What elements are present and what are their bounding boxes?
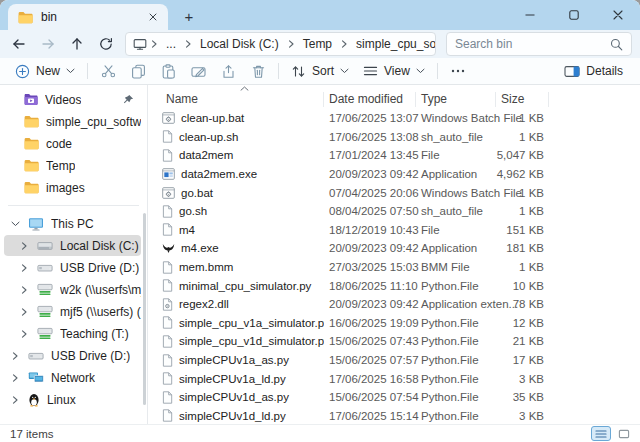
- file-row[interactable]: clean-up.bat17/06/2025 13:07Windows Batc…: [148, 109, 640, 128]
- column-header-type[interactable]: Type: [416, 92, 496, 106]
- delete-button[interactable]: [243, 59, 273, 83]
- file-name: go.sh: [179, 205, 207, 217]
- sidebar-item-this-pc[interactable]: This PC: [4, 213, 141, 234]
- copy-button[interactable]: [123, 59, 153, 83]
- sidebar-item-temp[interactable]: Temp: [4, 155, 141, 176]
- breadcrumb-item[interactable]: simple_cpu_software: [351, 35, 436, 53]
- tab-bin[interactable]: bin: [8, 4, 168, 30]
- file-row[interactable]: m4.exe20/09/2023 09:42Application181 KB: [148, 239, 640, 258]
- back-button[interactable]: [4, 31, 33, 57]
- sidebar-item-images[interactable]: images: [4, 177, 141, 198]
- view-button[interactable]: View: [356, 59, 432, 83]
- close-button[interactable]: [596, 0, 640, 30]
- sidebar-item-network[interactable]: Network: [4, 367, 141, 388]
- file-row[interactable]: simpleCPUv1a_ld.py17/06/2025 16:58Python…: [148, 369, 640, 388]
- large-icons-view-toggle[interactable]: [614, 426, 634, 441]
- forward-button[interactable]: [33, 31, 62, 57]
- chevron-down-icon: [416, 68, 425, 74]
- file-row[interactable]: simpleCPUv1d_ld.py17/06/2025 15:14Python…: [148, 407, 640, 425]
- up-button[interactable]: [62, 31, 91, 57]
- search-input[interactable]: [455, 37, 610, 51]
- sidebar-item-videos[interactable]: Videos: [4, 89, 141, 110]
- file-name: regex2.dll: [179, 298, 229, 310]
- file-row[interactable]: simple_cpu_v1d_simulator.py15/06/2025 07…: [148, 332, 640, 351]
- sidebar-item-usb-drive-d-[interactable]: USB Drive (D:): [4, 257, 141, 278]
- chevron-down-icon[interactable]: [9, 221, 21, 227]
- search-box[interactable]: [446, 32, 632, 56]
- sidebar-item-label: w2k (\\userfs\mjf5) (H:): [60, 283, 141, 297]
- file-row[interactable]: minimal_cpu_simulator.py18/06/2025 11:10…: [148, 276, 640, 295]
- file-row[interactable]: go.bat07/04/2025 20:06Windows Batch File…: [148, 183, 640, 202]
- details-pane-icon: [564, 65, 580, 78]
- file-row[interactable]: simpleCPUv1d_as.py15/06/2025 07:54Python…: [148, 388, 640, 407]
- sidebar-item-label: Local Disk (C:): [60, 239, 139, 253]
- thumbnail-view-icon: [618, 429, 630, 439]
- sidebar-item-code[interactable]: code: [4, 133, 141, 154]
- chevron-right-icon[interactable]: [18, 285, 30, 295]
- refresh-button[interactable]: [91, 31, 120, 57]
- breadcrumb-ellipsis[interactable]: ...: [161, 35, 181, 53]
- chevron-right-icon[interactable]: [18, 307, 30, 317]
- new-button[interactable]: New: [8, 59, 82, 83]
- sidebar-divider: [8, 205, 139, 206]
- toolbar-divider: [87, 63, 88, 79]
- paste-button[interactable]: [153, 59, 183, 83]
- sort-button[interactable]: Sort: [284, 59, 356, 83]
- file-name: simpleCPUv1a_as.py: [179, 354, 289, 366]
- tab-close-button[interactable]: [144, 8, 162, 26]
- chevron-right-icon[interactable]: [18, 263, 30, 273]
- sidebar-item-local-disk-c-[interactable]: Local Disk (C:): [4, 235, 141, 256]
- column-header-date-modified[interactable]: Date modified: [324, 92, 416, 106]
- file-name-cell: simpleCPUv1d_as.py: [162, 391, 324, 404]
- new-tab-button[interactable]: +: [178, 5, 200, 27]
- file-row[interactable]: data2mem17/01/2024 13:45File5,047 KB: [148, 146, 640, 165]
- chevron-right-icon: [11, 351, 19, 361]
- share-button[interactable]: [213, 59, 243, 83]
- file-date-modified: 17/01/2024 13:45: [324, 149, 416, 161]
- column-header-size[interactable]: Size: [496, 92, 549, 106]
- sidebar-item-label: mjf5 (\\userfs) (M:): [60, 305, 141, 319]
- sidebar-item-linux[interactable]: Linux: [4, 389, 141, 410]
- rename-button[interactable]: [183, 59, 213, 83]
- breadcrumb-item[interactable]: Temp: [298, 35, 337, 53]
- file-row[interactable]: regex2.dll20/09/2023 09:42Application ex…: [148, 295, 640, 314]
- details-view-toggle[interactable]: [591, 426, 611, 441]
- maximize-button[interactable]: [552, 0, 596, 30]
- file-row[interactable]: go.sh08/04/2025 07:50sh_auto_file1 KB: [148, 202, 640, 221]
- sidebar-scrollbar[interactable]: [143, 213, 146, 405]
- sidebar-item-w2k-userfs-mjf5-h-[interactable]: w2k (\\userfs\mjf5) (H:): [4, 279, 141, 300]
- column-header-name[interactable]: Name: [162, 92, 324, 106]
- minimize-button[interactable]: [508, 0, 552, 30]
- file-row[interactable]: simpleCPUv1a_as.py15/06/2025 07:57Python…: [148, 351, 640, 370]
- file-row[interactable]: data2mem.exe20/09/2023 09:42Application4…: [148, 165, 640, 184]
- chevron-right-icon[interactable]: [18, 329, 30, 339]
- file-row[interactable]: clean-up.sh17/06/2025 13:08sh_auto_file1…: [148, 128, 640, 147]
- chevron-right-icon[interactable]: [9, 395, 21, 405]
- cut-button[interactable]: [93, 59, 123, 83]
- sidebar-item-simple-cpu-software[interactable]: simple_cpu_software: [4, 111, 141, 132]
- breadcrumb-computer-button[interactable]: [133, 38, 147, 51]
- view-toggles: [591, 426, 634, 441]
- file-name-cell: simpleCPUv1a_as.py: [162, 354, 324, 367]
- more-options-button[interactable]: [443, 59, 473, 83]
- file-row[interactable]: m418/12/2019 10:43File151 KB: [148, 221, 640, 240]
- chevron-right-icon[interactable]: [18, 241, 30, 251]
- sidebar-item-mjf5-userfs-m-[interactable]: mjf5 (\\userfs) (M:): [4, 301, 141, 322]
- breadcrumb-item[interactable]: Local Disk (C:): [195, 35, 284, 53]
- file-row[interactable]: simple_cpu_v1a_simulator.py16/06/2025 19…: [148, 314, 640, 333]
- chevron-right-icon: [11, 395, 19, 405]
- chevron-right-icon[interactable]: [9, 351, 21, 361]
- computer-icon: [133, 38, 147, 51]
- sidebar-item-teaching-t-[interactable]: Teaching (T:): [4, 323, 141, 344]
- file-name-cell: simpleCPUv1a_ld.py: [162, 372, 324, 385]
- file-date-modified: 18/06/2025 11:10: [324, 280, 416, 292]
- chevron-right-icon[interactable]: [9, 373, 21, 383]
- share-icon: [221, 64, 236, 79]
- batch-file-icon: [162, 112, 175, 124]
- file-row[interactable]: mem.bmm27/03/2025 15:03BMM File1 KB: [148, 258, 640, 277]
- sidebar-item-usb-drive-d-[interactable]: USB Drive (D:): [4, 345, 141, 366]
- breadcrumb[interactable]: ...Local Disk (C:)Tempsimple_cpu_softwar…: [125, 32, 436, 56]
- details-pane-button[interactable]: Details: [557, 59, 630, 83]
- paste-icon: [161, 64, 176, 79]
- file-name-cell: m4: [162, 223, 324, 236]
